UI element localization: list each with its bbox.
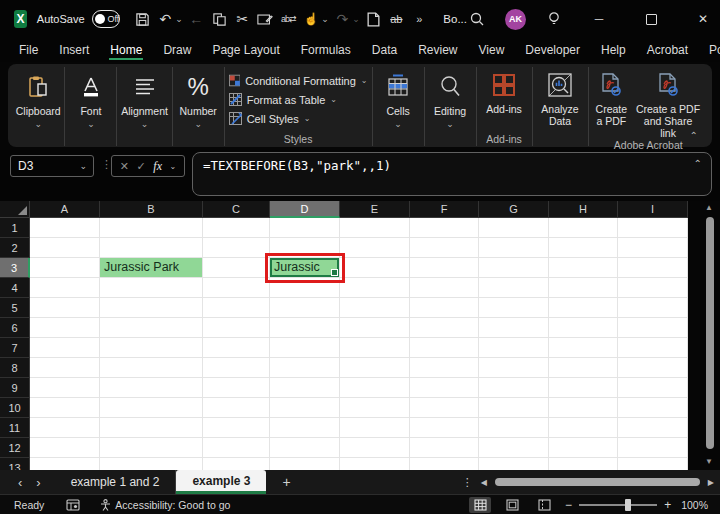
- ribbon-group-alignment[interactable]: Alignment ⌄: [117, 67, 172, 146]
- cell-F5[interactable]: [410, 298, 479, 318]
- cell-A4[interactable]: [30, 278, 100, 298]
- row-header-11[interactable]: 11: [0, 418, 30, 438]
- zoom-percentage[interactable]: 100%: [681, 499, 708, 511]
- cell-G10[interactable]: [479, 398, 549, 418]
- row-header-10[interactable]: 10: [0, 398, 30, 418]
- new-sheet-button[interactable]: +: [266, 470, 306, 494]
- menu-data[interactable]: Data: [371, 40, 398, 60]
- menu-help[interactable]: Help: [600, 40, 627, 60]
- autosave-toggle[interactable]: Off: [92, 10, 121, 28]
- cell-E6[interactable]: [340, 318, 410, 338]
- vertical-scrollbar[interactable]: ▲ ▼: [703, 203, 717, 466]
- cell-D6[interactable]: [270, 318, 340, 338]
- analyze-data-button[interactable]: Analyze Data: [538, 69, 581, 127]
- cell-E5[interactable]: [340, 298, 410, 318]
- menu-acrobat[interactable]: Acrobat: [646, 40, 689, 60]
- cell-B4[interactable]: [100, 278, 203, 298]
- copy-icon[interactable]: [209, 8, 229, 30]
- cell-G5[interactable]: [479, 298, 549, 318]
- column-header-G[interactable]: G: [479, 201, 549, 218]
- cell-B7[interactable]: [100, 338, 203, 358]
- row-header-6[interactable]: 6: [0, 318, 30, 338]
- cell-H9[interactable]: [549, 378, 618, 398]
- document-title[interactable]: Bo...: [443, 13, 467, 25]
- accessibility-status[interactable]: Accessibility: Good to go: [100, 499, 230, 511]
- cell-G2[interactable]: [479, 238, 549, 258]
- cell-B6[interactable]: [100, 318, 203, 338]
- undo-icon[interactable]: ↶: [155, 8, 175, 30]
- menu-review[interactable]: Review: [417, 40, 458, 60]
- cell-A9[interactable]: [30, 378, 100, 398]
- cell-F8[interactable]: [410, 358, 479, 378]
- cell-C3[interactable]: [203, 258, 270, 278]
- row-header-3[interactable]: 3: [0, 258, 30, 278]
- menu-page-layout[interactable]: Page Layout: [211, 40, 280, 60]
- excel-app-icon[interactable]: X: [14, 10, 27, 28]
- cell-G12[interactable]: [479, 438, 549, 458]
- cell-C12[interactable]: [203, 438, 270, 458]
- menu-formulas[interactable]: Formulas: [300, 40, 352, 60]
- formula-input[interactable]: =TEXTBEFORE(B3,"park",,1) ⌃: [192, 152, 712, 196]
- column-header-F[interactable]: F: [410, 201, 479, 218]
- zoom-in-icon[interactable]: +: [664, 498, 671, 512]
- sheet-menu-icon[interactable]: ⋮: [462, 476, 473, 489]
- row-header-12[interactable]: 12: [0, 438, 30, 458]
- create-pdf-share-button[interactable]: Create a PDF and Share link: [632, 69, 704, 139]
- menu-draw[interactable]: Draw: [162, 40, 192, 60]
- cell-B5[interactable]: [100, 298, 203, 318]
- ribbon-group-cells[interactable]: Cells ⌄: [373, 67, 425, 146]
- cell-A6[interactable]: [30, 318, 100, 338]
- cell-C1[interactable]: [203, 218, 270, 238]
- cell-B12[interactable]: [100, 438, 203, 458]
- menu-insert[interactable]: Insert: [58, 40, 90, 60]
- cell-I5[interactable]: [618, 298, 688, 318]
- cancel-icon[interactable]: ✕: [120, 160, 129, 173]
- scroll-up-icon[interactable]: ▲: [705, 203, 713, 212]
- cell-F6[interactable]: [410, 318, 479, 338]
- formula-bar-expand-icon[interactable]: ⌃: [694, 158, 702, 169]
- cell-C10[interactable]: [203, 398, 270, 418]
- cell-D9[interactable]: [270, 378, 340, 398]
- cell-I13[interactable]: [618, 458, 688, 470]
- cell-G8[interactable]: [479, 358, 549, 378]
- cell-G4[interactable]: [479, 278, 549, 298]
- cell-A2[interactable]: [30, 238, 100, 258]
- cut-icon[interactable]: ✂: [232, 8, 252, 30]
- cell-C6[interactable]: [203, 318, 270, 338]
- row-header-2[interactable]: 2: [0, 238, 30, 258]
- cell-B10[interactable]: [100, 398, 203, 418]
- cell-A13[interactable]: [30, 458, 100, 470]
- zoom-out-icon[interactable]: −: [565, 498, 572, 512]
- column-header-I[interactable]: I: [618, 201, 688, 218]
- row-header-4[interactable]: 4: [0, 278, 30, 298]
- menu-developer[interactable]: Developer: [524, 40, 581, 60]
- cell-E8[interactable]: [340, 358, 410, 378]
- cell-I6[interactable]: [618, 318, 688, 338]
- menu-view[interactable]: View: [478, 40, 506, 60]
- account-avatar[interactable]: AK: [505, 9, 526, 30]
- insert-function-icon[interactable]: fx: [153, 159, 162, 174]
- cell-E3[interactable]: [340, 258, 410, 278]
- format-as-table-button[interactable]: Format as Table ⌄: [229, 90, 368, 109]
- cell-I9[interactable]: [618, 378, 688, 398]
- cell-C5[interactable]: [203, 298, 270, 318]
- paste-icon[interactable]: [255, 8, 275, 30]
- column-header-A[interactable]: A: [30, 201, 100, 218]
- cell-D8[interactable]: [270, 358, 340, 378]
- cell-I1[interactable]: [618, 218, 688, 238]
- cell-A1[interactable]: [30, 218, 100, 238]
- cell-H13[interactable]: [549, 458, 618, 470]
- cell-E4[interactable]: [340, 278, 410, 298]
- cell-H12[interactable]: [549, 438, 618, 458]
- sheet-tab-example-1-and-2[interactable]: example 1 and 2: [55, 470, 177, 494]
- ribbon-group-clipboard[interactable]: Clipboard ⌄: [12, 67, 65, 146]
- cell-F7[interactable]: [410, 338, 479, 358]
- cell-E11[interactable]: [340, 418, 410, 438]
- row-header-5[interactable]: 5: [0, 298, 30, 318]
- cell-D13[interactable]: [270, 458, 340, 470]
- cell-D7[interactable]: [270, 338, 340, 358]
- select-all-corner[interactable]: [0, 201, 30, 218]
- cell-B2[interactable]: [100, 238, 203, 258]
- cell-I3[interactable]: [618, 258, 688, 278]
- cell-B9[interactable]: [100, 378, 203, 398]
